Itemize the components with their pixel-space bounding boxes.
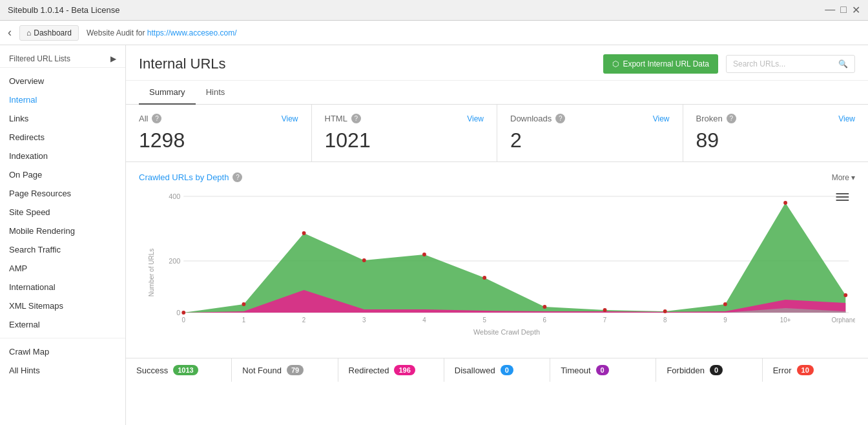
status-timeout[interactable]: Timeout 0 [550,358,656,382]
sidebar-item-links[interactable]: Links [0,109,125,128]
point-6 [542,305,546,309]
sidebar-item-internal[interactable]: Internal [0,90,125,109]
broken-help-icon[interactable]: ? [727,114,736,123]
sidebar-item-page-resources[interactable]: Page Resources [0,184,125,203]
redirected-label: Redirected [349,366,389,375]
svg-text:2: 2 [302,316,305,324]
svg-text:8: 8 [663,316,667,324]
svg-text:4: 4 [422,316,426,324]
content-area: Internal URLs ⬡ Export Internal URL Data… [126,45,868,425]
maximize-icon[interactable]: □ [840,4,847,16]
not-found-badge: 79 [287,365,304,375]
sidebar-divider [0,338,125,338]
export-button[interactable]: ⬡ Export Internal URL Data [603,54,718,74]
svg-text:400: 400 [169,192,180,200]
not-found-label: Not Found [242,366,282,375]
disallowed-label: Disallowed [455,366,495,375]
window-controls[interactable]: — □ ✕ [825,4,860,16]
downloads-count: 2 [510,129,670,152]
broken-view-link[interactable]: View [838,114,855,123]
stat-all: All ? View 1298 [126,105,312,161]
point-1 [242,302,245,306]
content-header: Internal URLs ⬡ Export Internal URL Data… [126,45,868,81]
sidebar-item-amp[interactable]: AMP [0,259,125,278]
success-badge: 1013 [173,365,198,375]
point-8 [663,309,667,313]
timeout-badge: 0 [596,365,609,375]
tab-hints[interactable]: Hints [196,81,236,105]
search-box[interactable]: Search URLs... 🔍 [726,55,855,73]
chart-header: Crawled URLs by Depth ? More ▾ [139,172,855,182]
error-badge: 10 [797,365,814,375]
point-7 [603,308,607,312]
all-view-link[interactable]: View [282,114,298,123]
status-disallowed[interactable]: Disallowed 0 [444,358,550,382]
sidebar-item-site-speed[interactable]: Site Speed [0,203,125,222]
stat-downloads: Downloads ? View 2 [497,105,683,161]
status-not-found[interactable]: Not Found 79 [232,358,338,382]
audit-label: Website Audit for https://www.acceseo.co… [87,28,237,37]
search-placeholder: Search URLs... [733,59,785,68]
chevron-right-icon: ▶ [110,54,116,63]
svg-text:Orphaned: Orphaned [831,316,855,324]
status-redirected[interactable]: Redirected 196 [338,358,444,382]
close-icon[interactable]: ✕ [852,4,860,16]
chart-help-icon[interactable]: ? [232,172,242,182]
status-forbidden[interactable]: Forbidden 0 [656,358,762,382]
filtered-label: Filtered URL Lists [9,54,70,63]
chevron-down-icon: ▾ [851,173,855,182]
x-axis-label: Website Crawl Depth [158,328,855,336]
more-button[interactable]: More ▾ [832,173,855,182]
all-help-icon[interactable]: ? [152,114,161,123]
chart-green-area [183,203,845,313]
html-count: 1021 [325,129,484,152]
point-5 [482,276,486,280]
downloads-help-icon[interactable]: ? [555,114,565,123]
point-2 [302,231,306,235]
header-actions: ⬡ Export Internal URL Data Search URLs..… [603,54,855,74]
filtered-url-lists[interactable]: Filtered URL Lists ▶ [0,50,125,68]
title-bar: Sitebulb 1.0.14 - Beta License — □ ✕ [0,0,868,21]
sidebar-item-crawl-map[interactable]: Crawl Map [0,342,125,361]
nav-bar: ‹ ⌂ Dashboard Website Audit for https://… [0,21,868,45]
app-title: Sitebulb 1.0.14 - Beta License [8,5,119,15]
svg-text:10+: 10+ [780,316,791,324]
sidebar-item-external[interactable]: External [0,315,125,334]
sidebar-item-mobile-rendering[interactable]: Mobile Rendering [0,222,125,240]
page-title: Internal URLs [139,56,226,72]
sidebar-item-xml-sitemaps[interactable]: XML Sitemaps [0,296,125,315]
point-0 [181,311,185,315]
svg-text:1: 1 [242,316,246,324]
stats-row: All ? View 1298 HTML ? View 1021 Downloa… [126,105,868,162]
tab-summary[interactable]: Summary [139,81,196,105]
main-layout: Filtered URL Lists ▶ Overview Internal L… [0,45,868,425]
timeout-label: Timeout [561,366,590,375]
sidebar-item-international[interactable]: International [0,278,125,296]
error-label: Error [773,366,792,375]
html-help-icon[interactable]: ? [351,114,361,123]
audit-url[interactable]: https://www.acceseo.com/ [147,28,237,37]
svg-text:0: 0 [182,316,186,324]
sidebar-item-onpage[interactable]: On Page [0,165,125,184]
svg-text:9: 9 [723,316,727,324]
html-view-link[interactable]: View [467,114,484,123]
chart-title-text: Crawled URLs by Depth [139,172,229,182]
status-success[interactable]: Success 1013 [126,358,232,382]
status-error[interactable]: Error 10 [763,358,868,382]
downloads-view-link[interactable]: View [653,114,670,123]
forbidden-label: Forbidden [666,366,705,375]
dashboard-button[interactable]: ⌂ Dashboard [19,25,79,41]
dashboard-label: Dashboard [34,28,72,37]
back-button[interactable]: ‹ [8,26,12,39]
sidebar-item-overview[interactable]: Overview [0,72,125,90]
svg-text:5: 5 [482,316,486,324]
minimize-icon[interactable]: — [825,4,835,16]
point-4 [422,253,426,256]
sidebar-item-all-hints[interactable]: All Hints [0,361,125,380]
sidebar-item-redirects[interactable]: Redirects [0,128,125,147]
tabs: Summary Hints [126,81,868,105]
search-icon: 🔍 [838,59,848,68]
sidebar-item-indexation[interactable]: Indexation [0,147,125,165]
sidebar-item-search-traffic[interactable]: Search Traffic [0,240,125,259]
sidebar: Filtered URL Lists ▶ Overview Internal L… [0,45,126,425]
